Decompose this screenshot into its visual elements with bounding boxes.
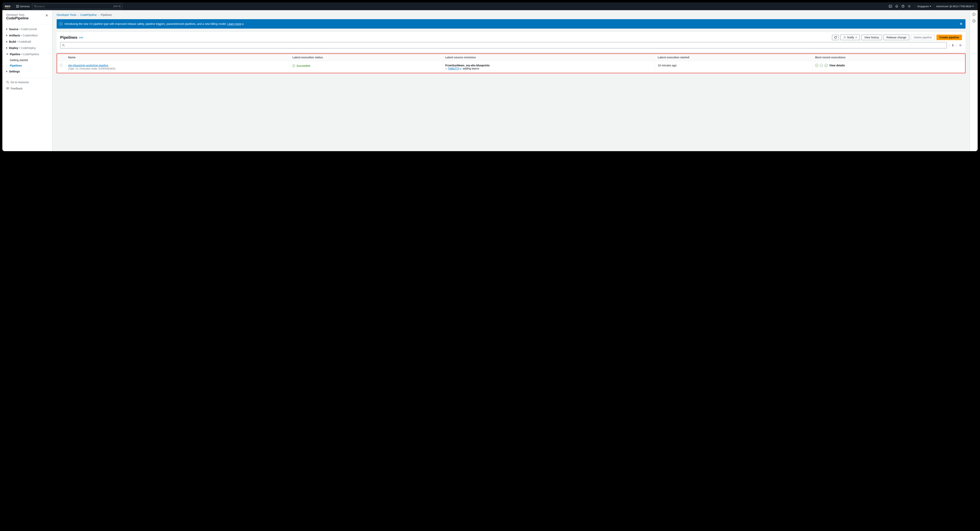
help-icon[interactable] (901, 5, 908, 8)
col-started[interactable]: Latest execution started (655, 54, 813, 61)
sidebar-item-label: Artifacts (9, 34, 20, 37)
svg-point-0 (34, 5, 36, 7)
refresh-icon (834, 36, 837, 39)
info-panel-icon[interactable] (972, 13, 976, 16)
col-recent[interactable]: Most recent executions (812, 54, 965, 61)
execution-started: 24 minutes ago (655, 61, 813, 73)
sidebar-sub-pipelines[interactable]: Pipelines (2, 63, 52, 68)
sidebar-item-build[interactable]: Build • CodeBuild (2, 38, 52, 45)
caret-down-icon (855, 37, 857, 38)
services-label: Services (20, 5, 30, 8)
caret-right-icon (6, 28, 8, 30)
notify-label: Notify (847, 36, 854, 39)
svg-line-6 (8, 83, 9, 84)
sidebar-item-deploy[interactable]: Deploy • CodeDeploy (2, 45, 52, 51)
execution-success-icon: ✓ (824, 64, 828, 67)
col-name[interactable]: Name (65, 54, 290, 61)
sidebar-item-pipeline[interactable]: Pipeline • CodePipeline (2, 51, 52, 57)
banner-learn-more[interactable]: Learn more (228, 22, 242, 25)
info-icon: i (59, 22, 62, 25)
svg-point-15 (974, 13, 974, 14)
go-to-resource[interactable]: Go to resource (2, 79, 52, 86)
revision-source: FromSunNews_my-eks-blueprints (445, 64, 490, 67)
pipelines-panel: Pipelines Info Notify View history Relea… (57, 32, 966, 52)
breadcrumb: Developer Tools › CodePipeline › Pipelin… (57, 13, 966, 16)
revision-dash: – (445, 67, 448, 70)
tutorials-panel-icon[interactable] (972, 19, 976, 23)
delete-pipeline-button[interactable]: Delete pipeline (911, 35, 935, 40)
table-row: eks-blueprints-workshop-pipeline (Type: … (57, 61, 965, 73)
caret-right-icon (6, 70, 8, 73)
info-banner: i Introducing the new V2 pipeline type w… (57, 19, 966, 29)
global-nav: aws Services [Alt+S] Singapore (2, 2, 978, 10)
global-search[interactable]: [Alt+S] (32, 3, 122, 9)
breadcrumb-devtools[interactable]: Developer Tools (57, 13, 76, 16)
banner-close-icon[interactable]: ✕ (959, 22, 963, 26)
cloudshell-icon[interactable] (889, 5, 895, 8)
feedback-icon (6, 87, 9, 90)
feedback-link[interactable]: Feedback (2, 86, 52, 92)
sidebar-sub-getting-started[interactable]: Getting started (2, 57, 52, 63)
filter-input-wrap[interactable] (60, 42, 947, 48)
search-input[interactable] (37, 5, 113, 8)
bell-icon (843, 36, 846, 39)
svg-point-12 (960, 45, 961, 46)
account-menu[interactable]: AdminUser @ 8913-7706-9626 (934, 5, 975, 8)
create-pipeline-button[interactable]: Create pipeline (937, 35, 962, 40)
region-selector[interactable]: Singapore (916, 5, 933, 8)
region-label: Singapore (917, 5, 929, 8)
caret-right-icon (6, 35, 8, 36)
sidebar-category: Developer Tools (6, 13, 29, 16)
release-change-button[interactable]: Release change (884, 35, 909, 40)
sidebar-item-sublabel: CodeArtifact (22, 34, 38, 37)
caret-right-icon (6, 47, 8, 49)
sidebar-item-sublabel: CodeDeploy (21, 46, 36, 49)
notify-button[interactable]: Notify (840, 35, 860, 40)
sidebar-item-label: Pipeline (10, 53, 21, 56)
status-label: Succeeded (296, 64, 310, 67)
breadcrumb-codepipeline[interactable]: CodePipeline (80, 13, 97, 16)
sidebar-item-settings[interactable]: Settings (2, 68, 52, 74)
sidebar-item-source[interactable]: Source • CodeCommit (2, 26, 52, 32)
sidebar-item-artifacts[interactable]: Artifacts • CodeArtifact (2, 32, 52, 38)
svg-line-11 (64, 46, 65, 47)
revision-message: : adding teams (461, 67, 479, 70)
caret-down-icon (930, 6, 931, 7)
filter-input[interactable] (66, 44, 945, 47)
search-icon (6, 81, 9, 84)
settings-icon[interactable] (908, 5, 914, 8)
panel-info-link[interactable]: Info (79, 36, 83, 39)
services-menu[interactable]: Services (16, 5, 30, 8)
view-history-button[interactable]: View history (861, 35, 882, 40)
pager-next[interactable]: › (956, 44, 956, 47)
pager-current: 1 (952, 44, 954, 47)
aws-logo[interactable]: aws (5, 4, 11, 8)
row-select-radio[interactable] (60, 64, 62, 67)
revision-hash-link[interactable]: 79d6cf79 (448, 67, 459, 70)
execution-success-icon: ✓ (815, 64, 818, 67)
external-link-icon: ⧉ (242, 23, 243, 25)
sidebar-item-sublabel: CodePipeline (23, 53, 39, 56)
svg-point-10 (62, 44, 64, 46)
sidebar-close-icon[interactable]: ✕ (45, 13, 48, 17)
main-content: Developer Tools › CodePipeline › Pipelin… (52, 10, 970, 151)
search-icon (34, 5, 37, 8)
refresh-button[interactable] (832, 35, 839, 40)
col-revisions[interactable]: Latest source revisions (442, 54, 655, 61)
pipeline-name-link[interactable]: eks-blueprints-workshop-pipeline (68, 64, 108, 67)
pager-prev[interactable]: ‹ (949, 44, 950, 47)
table-settings-icon[interactable] (959, 44, 962, 47)
svg-rect-7 (6, 87, 9, 89)
help-panel-rail (970, 10, 978, 151)
check-circle-icon: ✓ (293, 64, 295, 67)
notifications-icon[interactable] (895, 5, 901, 8)
caret-down-icon (6, 54, 8, 55)
caret-down-icon (972, 6, 974, 7)
caret-right-icon (6, 41, 8, 43)
chevron-right-icon: › (78, 13, 79, 16)
view-details-link[interactable]: View details (829, 64, 845, 67)
svg-line-1 (36, 7, 37, 8)
col-status[interactable]: Latest execution status (290, 54, 442, 61)
sidebar-item-sublabel: CodeCommit (21, 28, 37, 31)
chevron-right-icon: › (98, 13, 99, 16)
